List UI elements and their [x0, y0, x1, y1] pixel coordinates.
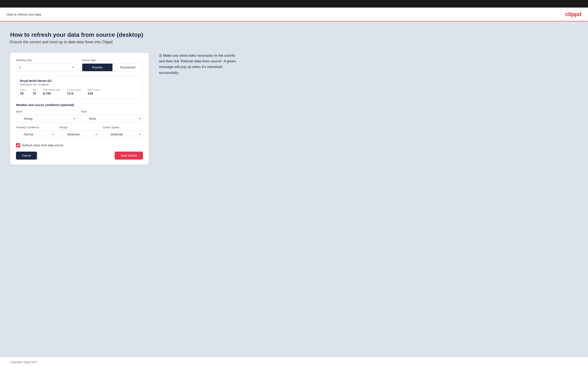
- conditions-heading: Weather and course conditions (optional): [16, 103, 143, 107]
- course-rating-value: 72.5: [67, 92, 81, 95]
- wind-select[interactable]: Strong: [16, 115, 78, 122]
- par-value: 72: [33, 92, 36, 95]
- logo: clippd: [565, 11, 581, 18]
- fairway-label: Fairway Conditions: [16, 126, 56, 129]
- conditions-grid: Wind ≋ Strong ▼ Rain ✦ None: [16, 110, 143, 122]
- fairway-wrapper: ⬡ Normal ▼: [16, 131, 56, 138]
- green-group: Green Speed ◎ Moderate ▼: [103, 126, 143, 138]
- rough-select[interactable]: Moderate: [60, 131, 100, 138]
- copyright-text: Copyright Clippd 2022: [10, 360, 37, 364]
- cancel-button[interactable]: Cancel: [16, 152, 37, 159]
- footer: Copyright Clippd 2022: [0, 357, 588, 367]
- course-stats: Holes 18 Par 72 Yards/White (M)) 6,744 C…: [20, 89, 139, 95]
- content-layout: Starting Hole 1 ▼ Game Type Practice Tou…: [10, 53, 578, 165]
- conditions-grid-3: Fairway Conditions ⬡ Normal ▼ Rough ⬡: [16, 126, 143, 138]
- page-heading: How to refresh your data from source (de…: [10, 32, 578, 38]
- course-location: Westward Ho!, England: [20, 83, 139, 86]
- refresh-label[interactable]: Refresh shots from data source: [22, 144, 63, 147]
- slope-rating-value: 134: [88, 92, 100, 95]
- instruction-text: 3) Make any extra edits necessary to the…: [159, 53, 239, 75]
- course-info-box: Royal North Devon GC, Westward Ho!, Engl…: [16, 75, 143, 99]
- rain-wrapper: ✦ None ▼: [81, 115, 143, 122]
- practice-button[interactable]: Practice: [82, 64, 112, 71]
- starting-hole-wrapper: 1 ▼: [16, 63, 77, 71]
- top-row: Starting Hole 1 ▼ Game Type Practice Tou…: [16, 58, 143, 71]
- header: How to refresh your data clippd: [0, 8, 588, 21]
- green-label: Green Speed: [103, 126, 143, 129]
- game-type-label: Game Type: [82, 58, 143, 62]
- stat-par: Par 72: [33, 89, 36, 95]
- edit-card: Starting Hole 1 ▼ Game Type Practice Tou…: [10, 53, 149, 165]
- refresh-checkbox[interactable]: [16, 143, 20, 147]
- starting-hole-group: Starting Hole 1 ▼: [16, 58, 77, 71]
- rough-label: Rough: [60, 126, 100, 129]
- green-wrapper: ◎ Moderate ▼: [103, 131, 143, 138]
- header-title: How to refresh your data: [7, 13, 41, 16]
- rain-label: Rain: [81, 110, 143, 113]
- stat-yards: Yards/White (M)) 6,744: [43, 89, 60, 95]
- page-subheading: Ensure the correct and most up to date d…: [10, 40, 578, 44]
- stat-holes: Holes 18: [20, 89, 26, 95]
- holes-value: 18: [20, 92, 26, 95]
- fairway-group: Fairway Conditions ⬡ Normal ▼: [16, 126, 56, 138]
- tournament-button[interactable]: Tournament: [112, 64, 143, 71]
- rough-wrapper: ⬡ Moderate ▼: [60, 131, 100, 138]
- yards-value: 6,744: [43, 92, 60, 95]
- stat-slope-rating: Slope rating 134: [88, 89, 100, 95]
- save-button[interactable]: Save Details: [115, 152, 143, 159]
- course-name: Royal North Devon GC,: [20, 79, 139, 83]
- green-select[interactable]: Moderate: [103, 131, 143, 138]
- wind-wrapper: ≋ Strong ▼: [16, 115, 78, 122]
- wind-label: Wind: [16, 110, 78, 113]
- rain-select[interactable]: None: [81, 115, 143, 122]
- course-rating-label: Course rating: [67, 89, 81, 91]
- main-content: How to refresh your data from source (de…: [0, 21, 588, 357]
- par-label: Par: [33, 89, 36, 91]
- holes-label: Holes: [20, 89, 26, 91]
- starting-hole-select[interactable]: 1: [16, 63, 77, 71]
- game-type-buttons: Practice Tournament: [82, 63, 143, 71]
- game-type-group: Game Type Practice Tournament: [82, 58, 143, 71]
- slope-rating-label: Slope rating: [88, 89, 100, 91]
- rough-group: Rough ⬡ Moderate ▼: [60, 126, 100, 138]
- rain-group: Rain ✦ None ▼: [81, 110, 143, 122]
- starting-hole-label: Starting Hole: [16, 58, 77, 62]
- top-bar: [0, 0, 588, 8]
- refresh-checkbox-row: Refresh shots from data source: [16, 143, 143, 147]
- card-actions: Cancel Save Details: [16, 152, 143, 159]
- yards-label: Yards/White (M)): [43, 89, 60, 91]
- instruction-paragraph: 3) Make any extra edits necessary to the…: [159, 53, 239, 75]
- wind-group: Wind ≋ Strong ▼: [16, 110, 78, 122]
- fairway-select[interactable]: Normal: [16, 131, 56, 138]
- stat-course-rating: Course rating 72.5: [67, 89, 81, 95]
